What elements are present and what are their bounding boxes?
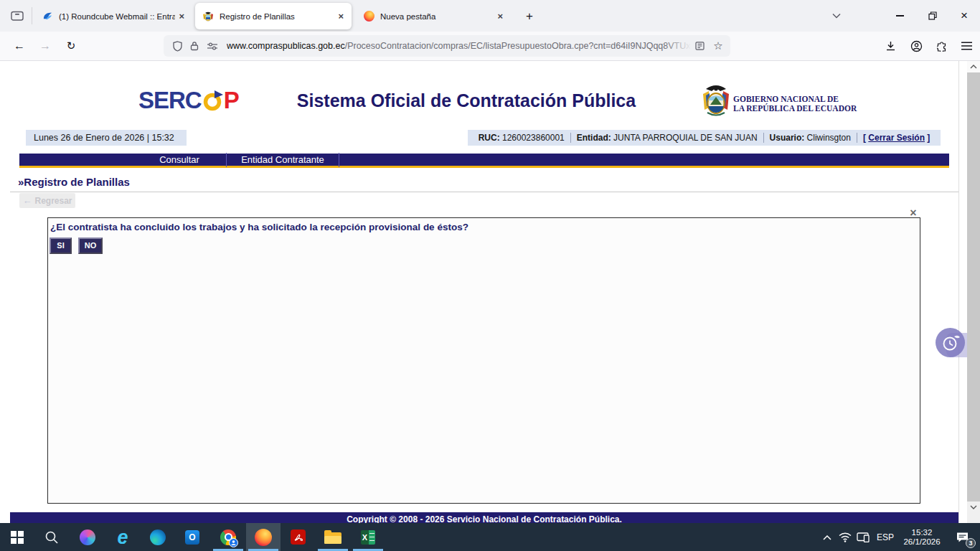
browser-tab-bar: (1) Roundcube Webmail :: Entra × Registr…	[0, 0, 980, 32]
logout-bracket-close: ]	[927, 133, 930, 143]
logout-link[interactable]: [ Cerrar Sesión ]	[863, 133, 930, 143]
tray-show-hidden-icons[interactable]	[819, 523, 835, 551]
permissions-icon[interactable]	[204, 35, 221, 57]
tab-registro-planillas[interactable]: Registro de Planillas ×	[195, 3, 352, 29]
taskbar-copilot-button[interactable]	[70, 523, 105, 551]
notification-count-badge: 3	[966, 538, 976, 548]
url-domain: www.compraspublicas.gob.ec	[227, 41, 345, 51]
extension-clock-widget[interactable]	[936, 328, 965, 357]
windows-taskbar: e O X	[0, 523, 980, 551]
tray-notifications[interactable]: 3	[947, 523, 977, 551]
taskbar-file-explorer-button[interactable]	[316, 523, 350, 551]
tray-phone-link[interactable]	[855, 523, 871, 551]
page-right-border	[958, 61, 959, 523]
hamburger-icon	[961, 42, 972, 50]
taskbar-firefox-button[interactable]	[246, 523, 281, 551]
back-regresar-button[interactable]: ← Regresar	[19, 193, 75, 208]
ecuador-coat-of-arms	[700, 83, 732, 118]
page-content: SERCP Sistema Oficial de Contratación Pú…	[0, 61, 967, 523]
wifi-icon	[838, 532, 852, 542]
tab-close-icon[interactable]: ×	[334, 11, 347, 22]
new-tab-button[interactable]: +	[519, 6, 540, 27]
gov-line2: LA REPÚBLICA DEL ECUADOR	[733, 104, 857, 113]
entity-label: Entidad:	[577, 133, 611, 143]
tray-clock[interactable]: 15:32 26/1/2026	[898, 523, 946, 551]
tray-language[interactable]: ESP	[872, 523, 898, 551]
taskbar-acrobat-button[interactable]	[281, 523, 315, 551]
menu-button[interactable]	[956, 35, 977, 57]
tab-nueva-pestana[interactable]: Nueva pestaña ×	[356, 3, 511, 29]
taskbar-outlook-button[interactable]: O	[175, 523, 209, 551]
edge-icon	[150, 529, 166, 545]
cast-screen-icon	[857, 532, 870, 542]
forward-button[interactable]: →	[34, 35, 56, 57]
nav-item-consultar[interactable]: Consultar	[133, 153, 226, 167]
window-close-button[interactable]: ×	[948, 0, 980, 32]
gov-line1: GOBIERNO NACIONAL DE	[733, 95, 857, 104]
download-icon	[885, 41, 896, 52]
page-scrollbar[interactable]	[967, 61, 980, 523]
scrollbar-thumb[interactable]	[967, 72, 980, 501]
url-bar[interactable]: www.compraspublicas.gob.ec/ProcesoContra…	[164, 35, 730, 57]
ruc-value: 1260023860001	[502, 133, 565, 143]
close-icon: ×	[961, 9, 968, 23]
datetime-bar: Lunes 26 de Enero de 2026 | 15:32	[26, 130, 187, 146]
taskbar-edge-button[interactable]	[141, 523, 175, 551]
reader-view-icon[interactable]	[692, 35, 707, 57]
page-title: Sistema Oficial de Contratación Pública	[230, 90, 703, 111]
screen: (1) Roundcube Webmail :: Entra × Registr…	[0, 0, 980, 551]
scroll-down-button[interactable]	[967, 501, 980, 513]
separator	[763, 133, 764, 143]
bookmark-star-icon[interactable]: ☆	[710, 35, 726, 57]
entity-value: JUNTA PARROQUIAL DE SAN JUAN	[613, 133, 757, 143]
taskbar-excel-button[interactable]: X	[351, 523, 385, 551]
downloads-button[interactable]	[880, 35, 901, 57]
tab-roundcube-webmail[interactable]: (1) Roundcube Webmail :: Entra ×	[34, 3, 192, 29]
page-footer: Copyright © 2008 - 2026 Servicio Naciona…	[10, 512, 958, 523]
yes-button[interactable]: SI	[50, 237, 72, 254]
datetime-text: Lunes 26 de Enero de 2026 | 15:32	[34, 133, 174, 143]
copilot-icon	[80, 529, 95, 545]
scroll-up-button[interactable]	[967, 61, 980, 72]
reload-button[interactable]: ↻	[60, 35, 82, 57]
shield-icon[interactable]	[169, 35, 185, 57]
tab-close-icon[interactable]: ×	[175, 11, 188, 22]
nav-item-entidad-contratante[interactable]: Entidad Contratante	[226, 153, 339, 167]
sercop-logo-o-icon	[202, 90, 223, 112]
session-bar: RUC: 1260023860001 Entidad: JUNTA PARROQ…	[468, 130, 941, 146]
firefox-view-icon	[11, 10, 24, 22]
firefox-view-button[interactable]	[6, 5, 29, 27]
tab-close-icon[interactable]: ×	[494, 11, 507, 22]
start-button[interactable]	[0, 523, 34, 551]
browser-toolbar: ← → ↻ www.compraspublicas.gob.ec/Proceso…	[0, 32, 980, 61]
url-text[interactable]: www.compraspublicas.gob.ec/ProcesoContra…	[227, 35, 700, 57]
firefox-icon	[255, 529, 272, 546]
internet-explorer-icon: e	[117, 529, 128, 545]
taskbar-search-button[interactable]	[34, 523, 69, 551]
government-logo-text: GOBIERNO NACIONAL DE LA REPÚBLICA DEL EC…	[733, 95, 857, 113]
question-dialog: ¿El contratista ha concluido los trabajo…	[47, 217, 920, 504]
firefox-favicon	[363, 11, 374, 22]
window-minimize-button[interactable]	[884, 0, 915, 32]
clock-leaf-icon	[941, 333, 961, 353]
taskbar-internet-explorer-button[interactable]: e	[105, 523, 140, 551]
lock-icon[interactable]	[187, 35, 202, 57]
tray-time: 15:32	[903, 528, 940, 537]
file-explorer-icon	[324, 531, 341, 544]
no-button[interactable]: NO	[78, 237, 103, 254]
back-button[interactable]: ←	[9, 35, 30, 57]
left-arrow-icon: ←	[22, 195, 32, 206]
ecuador-crest-favicon	[202, 11, 214, 22]
tray-wifi[interactable]	[837, 523, 854, 551]
account-icon	[910, 40, 923, 52]
logout-bracket-open: [	[863, 133, 866, 143]
chrome-icon	[220, 529, 236, 545]
ruc-label: RUC:	[479, 133, 500, 143]
window-restore-button[interactable]	[917, 0, 948, 32]
tab-title: Nueva pestaña	[380, 12, 494, 21]
list-all-tabs-button[interactable]	[824, 0, 849, 32]
account-button[interactable]	[905, 35, 927, 57]
extensions-button[interactable]	[931, 35, 953, 57]
taskbar-chrome-button[interactable]	[211, 523, 245, 551]
thunderbird-icon	[42, 11, 53, 22]
